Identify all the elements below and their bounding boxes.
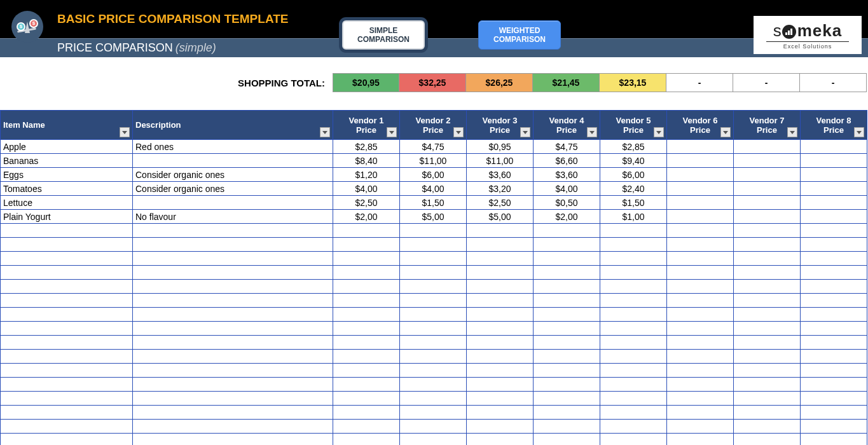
cell-vendor-8[interactable] [801, 406, 867, 420]
cell-vendor-5[interactable]: $1,00 [600, 210, 667, 224]
cell-vendor-8[interactable] [801, 350, 867, 364]
cell-vendor-4[interactable] [534, 266, 600, 280]
col-header-description[interactable]: Description [133, 111, 333, 140]
cell-vendor-7[interactable] [734, 308, 801, 322]
cell-vendor-6[interactable] [667, 434, 734, 446]
cell-vendor-8[interactable] [801, 238, 867, 252]
cell-item[interactable] [1, 392, 133, 406]
cell-vendor-3[interactable]: $0,95 [467, 140, 534, 154]
cell-description[interactable] [133, 364, 333, 378]
cell-vendor-5[interactable]: $1,50 [600, 196, 667, 210]
cell-vendor-8[interactable] [801, 140, 867, 154]
filter-button-vendor-3[interactable] [520, 127, 530, 137]
cell-vendor-5[interactable] [600, 238, 667, 252]
cell-vendor-1[interactable] [333, 420, 400, 434]
filter-button-vendor-7[interactable] [787, 127, 797, 137]
cell-description[interactable] [133, 434, 333, 446]
cell-vendor-1[interactable] [333, 224, 400, 238]
cell-vendor-5[interactable]: $2,85 [600, 140, 667, 154]
cell-vendor-4[interactable]: $6,60 [534, 154, 600, 168]
cell-vendor-2[interactable] [400, 224, 467, 238]
cell-vendor-2[interactable]: $6,00 [400, 168, 467, 182]
cell-vendor-6[interactable] [667, 140, 734, 154]
cell-vendor-3[interactable] [467, 420, 534, 434]
cell-description[interactable] [133, 238, 333, 252]
col-header-vendor-6[interactable]: Vendor 6Price [667, 111, 734, 140]
filter-button-vendor-4[interactable] [587, 127, 597, 137]
cell-vendor-7[interactable] [734, 392, 801, 406]
cell-vendor-3[interactable] [467, 336, 534, 350]
cell-description[interactable]: Red ones [133, 140, 333, 154]
cell-item[interactable]: Lettuce [1, 196, 133, 210]
cell-vendor-5[interactable] [600, 392, 667, 406]
table-row-empty[interactable] [1, 280, 867, 294]
cell-item[interactable] [1, 336, 133, 350]
table-row-empty[interactable] [1, 406, 867, 420]
cell-vendor-7[interactable] [734, 154, 801, 168]
cell-item[interactable]: Bananas [1, 154, 133, 168]
filter-button-item[interactable] [120, 127, 130, 137]
cell-vendor-4[interactable] [534, 252, 600, 266]
filter-button-vendor-2[interactable] [453, 127, 464, 137]
cell-vendor-4[interactable]: $4,75 [534, 140, 600, 154]
cell-vendor-5[interactable] [600, 434, 667, 446]
cell-description[interactable]: Consider organic ones [133, 182, 333, 196]
table-row-empty[interactable] [1, 252, 867, 266]
cell-vendor-4[interactable] [534, 238, 600, 252]
table-row-empty[interactable] [1, 224, 867, 238]
cell-vendor-7[interactable] [734, 336, 801, 350]
col-header-vendor-1[interactable]: Vendor 1Price [333, 111, 400, 140]
cell-description[interactable] [133, 154, 333, 168]
col-header-vendor-4[interactable]: Vendor 4Price [534, 111, 600, 140]
cell-item[interactable] [1, 350, 133, 364]
cell-vendor-8[interactable] [801, 378, 867, 392]
cell-description[interactable]: Consider organic ones [133, 168, 333, 182]
cell-vendor-3[interactable]: $2,50 [467, 196, 534, 210]
cell-vendor-7[interactable] [734, 168, 801, 182]
cell-vendor-8[interactable] [801, 336, 867, 350]
table-row[interactable]: EggsConsider organic ones$1,20$6,00$3,60… [1, 168, 867, 182]
cell-vendor-5[interactable] [600, 224, 667, 238]
cell-item[interactable] [1, 322, 133, 336]
cell-vendor-7[interactable] [734, 280, 801, 294]
cell-description[interactable] [133, 420, 333, 434]
cell-item[interactable] [1, 364, 133, 378]
filter-button-description[interactable] [320, 127, 330, 137]
table-row[interactable]: TomatoesConsider organic ones$4,00$4,00$… [1, 182, 867, 196]
cell-item[interactable] [1, 238, 133, 252]
table-row-empty[interactable] [1, 364, 867, 378]
cell-vendor-5[interactable] [600, 364, 667, 378]
cell-vendor-2[interactable] [400, 378, 467, 392]
cell-vendor-4[interactable] [534, 308, 600, 322]
table-row-empty[interactable] [1, 434, 867, 446]
cell-vendor-6[interactable] [667, 294, 734, 308]
table-row-empty[interactable] [1, 294, 867, 308]
cell-item[interactable] [1, 280, 133, 294]
cell-vendor-6[interactable] [667, 238, 734, 252]
table-row[interactable]: Plain YogurtNo flavour$2,00$5,00$5,00$2,… [1, 210, 867, 224]
table-row-empty[interactable] [1, 322, 867, 336]
cell-vendor-2[interactable] [400, 308, 467, 322]
cell-vendor-7[interactable] [734, 196, 801, 210]
col-header-vendor-5[interactable]: Vendor 5Price [600, 111, 667, 140]
cell-vendor-8[interactable] [801, 224, 867, 238]
cell-vendor-8[interactable] [801, 280, 867, 294]
cell-vendor-3[interactable] [467, 266, 534, 280]
cell-item[interactable] [1, 406, 133, 420]
cell-vendor-1[interactable] [333, 434, 400, 446]
cell-vendor-3[interactable]: $3,20 [467, 182, 534, 196]
cell-vendor-8[interactable] [801, 252, 867, 266]
cell-vendor-6[interactable] [667, 224, 734, 238]
cell-vendor-6[interactable] [667, 392, 734, 406]
cell-vendor-4[interactable] [534, 294, 600, 308]
cell-vendor-8[interactable] [801, 434, 867, 446]
cell-vendor-1[interactable] [333, 322, 400, 336]
cell-vendor-8[interactable] [801, 168, 867, 182]
cell-description[interactable] [133, 378, 333, 392]
cell-vendor-4[interactable] [534, 378, 600, 392]
cell-vendor-7[interactable] [734, 140, 801, 154]
cell-vendor-4[interactable] [534, 224, 600, 238]
cell-vendor-3[interactable] [467, 252, 534, 266]
filter-button-vendor-5[interactable] [654, 127, 664, 137]
cell-description[interactable] [133, 392, 333, 406]
